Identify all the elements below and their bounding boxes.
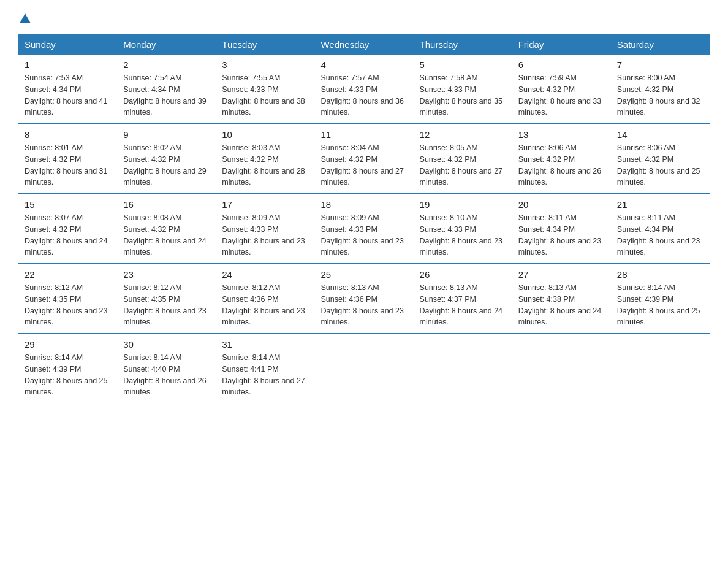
day-number: 31 (222, 339, 308, 350)
day-info: Sunrise: 8:11 AMSunset: 4:34 PMDaylight:… (518, 213, 602, 256)
day-number: 21 (617, 199, 703, 210)
day-number: 20 (518, 199, 605, 210)
day-info: Sunrise: 8:12 AMSunset: 4:35 PMDaylight:… (123, 283, 207, 326)
day-info: Sunrise: 7:57 AMSunset: 4:33 PMDaylight:… (320, 74, 404, 117)
day-cell: 23Sunrise: 8:12 AMSunset: 4:35 PMDayligh… (117, 264, 216, 334)
page-header (18, 12, 710, 28)
calendar-table: SundayMondayTuesdayWednesdayThursdayFrid… (18, 34, 710, 403)
week-row-1: 1Sunrise: 7:53 AMSunset: 4:34 PMDaylight… (18, 55, 710, 124)
day-info: Sunrise: 8:12 AMSunset: 4:36 PMDaylight:… (222, 283, 305, 326)
weekday-header-row: SundayMondayTuesdayWednesdayThursdayFrid… (18, 34, 710, 55)
day-number: 18 (320, 199, 407, 210)
day-number: 22 (25, 269, 111, 280)
day-number: 30 (123, 339, 210, 350)
day-info: Sunrise: 8:09 AMSunset: 4:33 PMDaylight:… (222, 213, 305, 256)
day-info: Sunrise: 8:14 AMSunset: 4:40 PMDaylight:… (123, 353, 207, 396)
day-number: 2 (123, 59, 210, 70)
day-number: 10 (222, 129, 308, 140)
day-info: Sunrise: 8:03 AMSunset: 4:32 PMDaylight:… (222, 144, 305, 186)
day-info: Sunrise: 8:02 AMSunset: 4:32 PMDaylight:… (123, 144, 207, 186)
day-number: 8 (25, 129, 111, 140)
weekday-header-tuesday: Tuesday (216, 34, 314, 55)
day-info: Sunrise: 8:14 AMSunset: 4:39 PMDaylight:… (25, 353, 108, 396)
day-info: Sunrise: 7:54 AMSunset: 4:34 PMDaylight:… (123, 74, 207, 117)
day-number: 1 (25, 59, 111, 70)
day-number: 26 (420, 269, 506, 280)
day-cell: 1Sunrise: 7:53 AMSunset: 4:34 PMDaylight… (18, 55, 117, 124)
day-cell: 11Sunrise: 8:04 AMSunset: 4:32 PMDayligh… (314, 124, 413, 194)
day-info: Sunrise: 7:58 AMSunset: 4:33 PMDaylight:… (420, 74, 503, 117)
day-cell: 7Sunrise: 8:00 AMSunset: 4:32 PMDaylight… (611, 55, 710, 124)
day-cell: 21Sunrise: 8:11 AMSunset: 4:34 PMDayligh… (611, 194, 710, 264)
logo-text (18, 12, 31, 28)
weekday-header-thursday: Thursday (414, 34, 512, 55)
day-info: Sunrise: 8:14 AMSunset: 4:41 PMDaylight:… (222, 353, 305, 396)
day-number: 16 (123, 199, 210, 210)
day-cell (314, 334, 413, 403)
day-number: 28 (617, 269, 703, 280)
day-cell: 31Sunrise: 8:14 AMSunset: 4:41 PMDayligh… (216, 334, 314, 403)
day-cell (414, 334, 512, 403)
day-number: 15 (25, 199, 111, 210)
day-cell: 8Sunrise: 8:01 AMSunset: 4:32 PMDaylight… (18, 124, 117, 194)
day-info: Sunrise: 8:06 AMSunset: 4:32 PMDaylight:… (518, 144, 602, 186)
day-cell: 14Sunrise: 8:06 AMSunset: 4:32 PMDayligh… (611, 124, 710, 194)
day-number: 19 (420, 199, 506, 210)
day-cell: 2Sunrise: 7:54 AMSunset: 4:34 PMDaylight… (117, 55, 216, 124)
day-info: Sunrise: 7:53 AMSunset: 4:34 PMDaylight:… (25, 74, 108, 117)
day-cell: 13Sunrise: 8:06 AMSunset: 4:32 PMDayligh… (512, 124, 611, 194)
day-number: 24 (222, 269, 308, 280)
day-cell (611, 334, 710, 403)
svg-marker-0 (20, 13, 31, 23)
day-cell: 4Sunrise: 7:57 AMSunset: 4:33 PMDaylight… (314, 55, 413, 124)
day-number: 17 (222, 199, 308, 210)
week-row-4: 22Sunrise: 8:12 AMSunset: 4:35 PMDayligh… (18, 264, 710, 334)
day-cell: 10Sunrise: 8:03 AMSunset: 4:32 PMDayligh… (216, 124, 314, 194)
day-number: 12 (420, 129, 506, 140)
day-number: 6 (518, 59, 605, 70)
weekday-header-sunday: Sunday (18, 34, 117, 55)
day-info: Sunrise: 8:11 AMSunset: 4:34 PMDaylight:… (617, 213, 700, 256)
weekday-header-monday: Monday (117, 34, 216, 55)
weekday-header-wednesday: Wednesday (314, 34, 413, 55)
day-info: Sunrise: 8:06 AMSunset: 4:32 PMDaylight:… (617, 144, 700, 186)
day-cell: 16Sunrise: 8:08 AMSunset: 4:32 PMDayligh… (117, 194, 216, 264)
day-cell: 30Sunrise: 8:14 AMSunset: 4:40 PMDayligh… (117, 334, 216, 403)
day-number: 14 (617, 129, 703, 140)
day-cell: 28Sunrise: 8:14 AMSunset: 4:39 PMDayligh… (611, 264, 710, 334)
day-info: Sunrise: 8:04 AMSunset: 4:32 PMDaylight:… (320, 144, 404, 186)
day-cell (512, 334, 611, 403)
day-cell: 19Sunrise: 8:10 AMSunset: 4:33 PMDayligh… (414, 194, 512, 264)
day-cell: 29Sunrise: 8:14 AMSunset: 4:39 PMDayligh… (18, 334, 117, 403)
day-number: 13 (518, 129, 605, 140)
day-number: 9 (123, 129, 210, 140)
day-info: Sunrise: 7:59 AMSunset: 4:32 PMDaylight:… (518, 74, 602, 117)
day-info: Sunrise: 8:10 AMSunset: 4:33 PMDaylight:… (420, 213, 503, 256)
day-cell: 5Sunrise: 7:58 AMSunset: 4:33 PMDaylight… (414, 55, 512, 124)
day-number: 3 (222, 59, 308, 70)
day-info: Sunrise: 8:07 AMSunset: 4:32 PMDaylight:… (25, 213, 108, 256)
day-number: 29 (25, 339, 111, 350)
day-number: 27 (518, 269, 605, 280)
day-number: 11 (320, 129, 407, 140)
day-cell: 9Sunrise: 8:02 AMSunset: 4:32 PMDaylight… (117, 124, 216, 194)
day-cell: 12Sunrise: 8:05 AMSunset: 4:32 PMDayligh… (414, 124, 512, 194)
day-number: 23 (123, 269, 210, 280)
day-number: 4 (320, 59, 407, 70)
day-info: Sunrise: 8:14 AMSunset: 4:39 PMDaylight:… (617, 283, 700, 326)
weekday-header-saturday: Saturday (611, 34, 710, 55)
day-info: Sunrise: 8:13 AMSunset: 4:37 PMDaylight:… (420, 283, 503, 326)
day-number: 25 (320, 269, 407, 280)
logo-icon (20, 12, 31, 25)
day-cell: 22Sunrise: 8:12 AMSunset: 4:35 PMDayligh… (18, 264, 117, 334)
week-row-2: 8Sunrise: 8:01 AMSunset: 4:32 PMDaylight… (18, 124, 710, 194)
day-cell: 20Sunrise: 8:11 AMSunset: 4:34 PMDayligh… (512, 194, 611, 264)
day-info: Sunrise: 7:55 AMSunset: 4:33 PMDaylight:… (222, 74, 305, 117)
day-cell: 25Sunrise: 8:13 AMSunset: 4:36 PMDayligh… (314, 264, 413, 334)
day-cell: 6Sunrise: 7:59 AMSunset: 4:32 PMDaylight… (512, 55, 611, 124)
day-cell: 26Sunrise: 8:13 AMSunset: 4:37 PMDayligh… (414, 264, 512, 334)
day-info: Sunrise: 8:13 AMSunset: 4:38 PMDaylight:… (518, 283, 602, 326)
day-cell: 18Sunrise: 8:09 AMSunset: 4:33 PMDayligh… (314, 194, 413, 264)
weekday-header-friday: Friday (512, 34, 611, 55)
day-number: 7 (617, 59, 703, 70)
